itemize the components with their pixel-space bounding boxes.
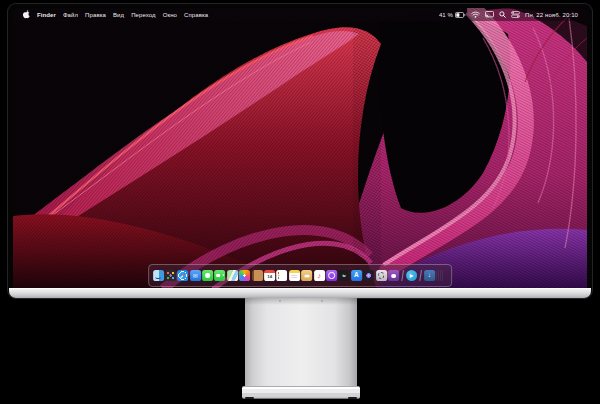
spotlight-status[interactable] (499, 11, 506, 18)
dock-item-messages[interactable] (202, 270, 213, 281)
dock-item-telegram[interactable] (406, 270, 417, 281)
dock-item-viber[interactable] (388, 270, 399, 281)
dock: ✉14♪tvA↓ (148, 264, 452, 287)
apple-menu[interactable] (22, 10, 30, 19)
dock-item-photos[interactable] (239, 270, 250, 281)
wifi-icon (471, 11, 480, 18)
dock-item-contacts[interactable] (252, 270, 263, 281)
apple-logo-icon (22, 10, 30, 19)
battery-status[interactable]: 41 % (439, 12, 466, 18)
dock-item-tv[interactable]: tv (338, 270, 349, 281)
dock-item-finder[interactable] (153, 270, 164, 281)
dock-item-launchpad[interactable] (165, 270, 176, 281)
menu-item-finder[interactable]: Finder (37, 12, 56, 18)
dock-item-calendar[interactable]: 14 (264, 270, 275, 281)
calendar-icon-glyph: 14 (267, 275, 272, 279)
dock-item-podcasts[interactable] (326, 270, 337, 281)
control-center-status[interactable] (511, 11, 520, 18)
dock-item-downloads[interactable]: ↓ (424, 270, 435, 281)
dock-item-reminders[interactable] (277, 270, 288, 281)
menu-item-правка[interactable]: Правка (85, 12, 106, 18)
dock-separator (401, 270, 404, 281)
dock-item-notes[interactable] (289, 270, 300, 281)
menu-items: FinderФайлПравкаВидПереходОкноСправка (37, 12, 208, 18)
menu-bar: FinderФайлПравкаВидПереходОкноСправка 41… (13, 8, 587, 21)
status-area: 41 % (439, 11, 578, 18)
dock-item-safari[interactable] (177, 270, 188, 281)
monitor-stand (245, 298, 357, 388)
wallpaper-image (13, 8, 587, 289)
monitor-display: FinderФайлПравкаВидПереходОкноСправка 41… (7, 3, 593, 299)
downloads-icon-glyph: ↓ (428, 272, 431, 279)
dock-item-maps[interactable] (227, 270, 238, 281)
appstore-icon-glyph: A (354, 272, 359, 279)
dock-separator (419, 270, 422, 281)
menu-item-файл[interactable]: Файл (63, 12, 78, 18)
monitor-stand-foot (242, 386, 360, 399)
dock-item-facetime[interactable] (215, 270, 226, 281)
desktop-scene: FinderФайлПравкаВидПереходОкноСправка 41… (0, 0, 600, 404)
dock-item-mail[interactable]: ✉ (190, 270, 201, 281)
time-label: 20:10 (562, 12, 578, 18)
battery-percent-label: 41 % (439, 12, 453, 18)
battery-icon (455, 12, 466, 18)
menu-item-вид[interactable]: Вид (113, 12, 124, 18)
desktop-screen: FinderФайлПравкаВидПереходОкноСправка 41… (13, 8, 587, 289)
mail-icon-glyph: ✉ (193, 273, 198, 279)
music-icon-glyph: ♪ (317, 272, 321, 279)
display-icon (485, 11, 494, 18)
menu-item-окно[interactable]: Окно (163, 12, 177, 18)
dock-item-music[interactable]: ♪ (314, 270, 325, 281)
dock-item-siri[interactable] (363, 270, 374, 281)
control-center-icon (511, 11, 520, 18)
menu-item-справка[interactable]: Справка (184, 12, 208, 18)
menu-item-переход[interactable]: Переход (131, 12, 156, 18)
date-label: Пн, 22 нояб. (525, 12, 561, 18)
monitor-chin (9, 288, 591, 298)
clock[interactable]: Пн, 22 нояб. 20:10 (525, 12, 578, 18)
display-mirroring-status[interactable] (485, 11, 494, 18)
spotlight-icon (499, 11, 506, 18)
dock-item-trash[interactable] (436, 270, 447, 281)
dock-item-settings[interactable] (376, 270, 387, 281)
wifi-status[interactable] (471, 11, 480, 18)
dock-item-books[interactable] (301, 270, 312, 281)
tv-icon-glyph: tv (342, 274, 345, 278)
dock-item-appstore[interactable]: A (351, 270, 362, 281)
